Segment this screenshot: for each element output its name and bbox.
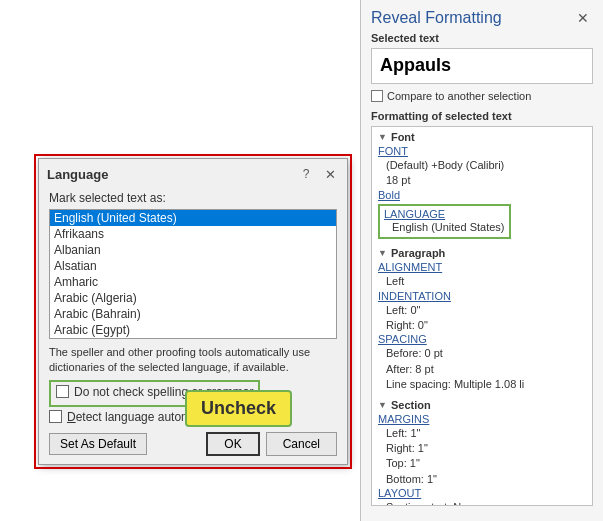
spacing-link[interactable]: SPACING <box>378 333 586 345</box>
reveal-title: Reveal Formatting <box>371 9 502 27</box>
layout-link[interactable]: LAYOUT <box>378 487 586 499</box>
font-triangle-icon: ▼ <box>378 132 387 142</box>
compare-label: Compare to another selection <box>387 90 531 102</box>
reveal-formatting-panel: Reveal Formatting ✕ Selected text Appaul… <box>360 0 603 521</box>
indentation-link[interactable]: INDENTATION <box>378 290 586 302</box>
set-default-button[interactable]: Set As Default <box>49 433 147 455</box>
lang-item-albanian[interactable]: Albanian <box>50 242 336 258</box>
spacing-line: Line spacing: Multiple 1.08 li <box>378 377 586 392</box>
lang-item-amharic[interactable]: Amharic <box>50 274 336 290</box>
dialog-description: The speller and other proofing tools aut… <box>49 345 337 376</box>
alignment-value: Left <box>378 274 586 289</box>
compare-checkbox[interactable] <box>371 90 383 102</box>
formatting-section-label: Formatting of selected text <box>371 110 593 122</box>
lang-item-afrikaans[interactable]: Afrikaans <box>50 226 336 242</box>
ok-cancel-group: OK Cancel <box>206 432 337 456</box>
language-listbox[interactable]: English (United States) Afrikaans Albani… <box>49 209 337 339</box>
detect-language-checkbox[interactable] <box>49 410 62 423</box>
paragraph-triangle-icon: ▼ <box>378 248 387 258</box>
margin-top: Top: 1" <box>378 456 586 471</box>
selected-text-value: Appauls <box>380 55 451 75</box>
section-triangle-icon: ▼ <box>378 400 387 410</box>
lang-item-english-us[interactable]: English (United States) <box>50 210 336 226</box>
spacing-before: Before: 0 pt <box>378 346 586 361</box>
section-group-label: Section <box>391 399 431 411</box>
paragraph-group-header: ▼ Paragraph <box>378 247 586 259</box>
selected-text-label: Selected text <box>371 32 593 44</box>
lang-item-arabic-algeria[interactable]: Arabic (Algeria) <box>50 290 336 306</box>
bold-link[interactable]: Bold <box>378 189 586 201</box>
reveal-close-button[interactable]: ✕ <box>573 8 593 28</box>
language-value: English (United States) <box>384 220 505 235</box>
font-link[interactable]: FONT <box>378 145 586 157</box>
ok-button[interactable]: OK <box>206 432 259 456</box>
margin-right: Right: 1" <box>378 441 586 456</box>
formatting-box[interactable]: ▼ Font FONT (Default) +Body (Calibri) 18… <box>371 126 593 506</box>
indent-left: Left: 0" <box>378 303 586 318</box>
language-highlight: LANGUAGE English (United States) <box>378 204 511 239</box>
compare-row: Compare to another selection <box>371 90 593 102</box>
font-group: ▼ Font FONT (Default) +Body (Calibri) 18… <box>378 131 586 241</box>
section-group-header: ▼ Section <box>378 399 586 411</box>
cancel-button[interactable]: Cancel <box>266 432 337 456</box>
dialog-title: Language <box>47 167 108 182</box>
dialog-controls: ? ✕ <box>297 165 339 183</box>
alignment-link[interactable]: ALIGNMENT <box>378 261 586 273</box>
font-value: (Default) +Body (Calibri) <box>378 158 586 173</box>
dialog-help-button[interactable]: ? <box>297 165 315 183</box>
dialog-titlebar: Language ? ✕ <box>39 159 347 187</box>
lang-item-arabic-egypt[interactable]: Arabic (Egypt) <box>50 322 336 338</box>
font-group-header: ▼ Font <box>378 131 586 143</box>
reveal-header: Reveal Formatting ✕ <box>371 8 593 28</box>
margins-link[interactable]: MARGINS <box>378 413 586 425</box>
section-group: ▼ Section MARGINS Left: 1" Right: 1" Top… <box>378 399 586 506</box>
paragraph-group: ▼ Paragraph ALIGNMENT Left INDENTATION L… <box>378 247 586 392</box>
margin-left: Left: 1" <box>378 426 586 441</box>
selected-text-box: Appauls <box>371 48 593 84</box>
lang-item-alsatian[interactable]: Alsatian <box>50 258 336 274</box>
dialog-buttons: Set As Default OK Cancel <box>49 432 337 456</box>
spacing-after: After: 8 pt <box>378 362 586 377</box>
detect-underline-char: D <box>67 410 76 424</box>
uncheck-label: Uncheck <box>201 398 276 418</box>
font-group-label: Font <box>391 131 415 143</box>
language-link[interactable]: LANGUAGE <box>384 208 445 220</box>
margin-bottom: Bottom: 1" <box>378 472 586 487</box>
dialog-close-button[interactable]: ✕ <box>321 165 339 183</box>
section-start: Section start: New page <box>378 500 586 506</box>
paragraph-group-label: Paragraph <box>391 247 445 259</box>
font-size-value: 18 pt <box>378 173 586 188</box>
uncheck-callout: Uncheck <box>185 390 292 427</box>
mark-label: Mark selected text as: <box>49 191 337 205</box>
indent-right: Right: 0" <box>378 318 586 333</box>
no-spell-check-checkbox[interactable] <box>56 385 69 398</box>
lang-item-arabic-bahrain[interactable]: Arabic (Bahrain) <box>50 306 336 322</box>
